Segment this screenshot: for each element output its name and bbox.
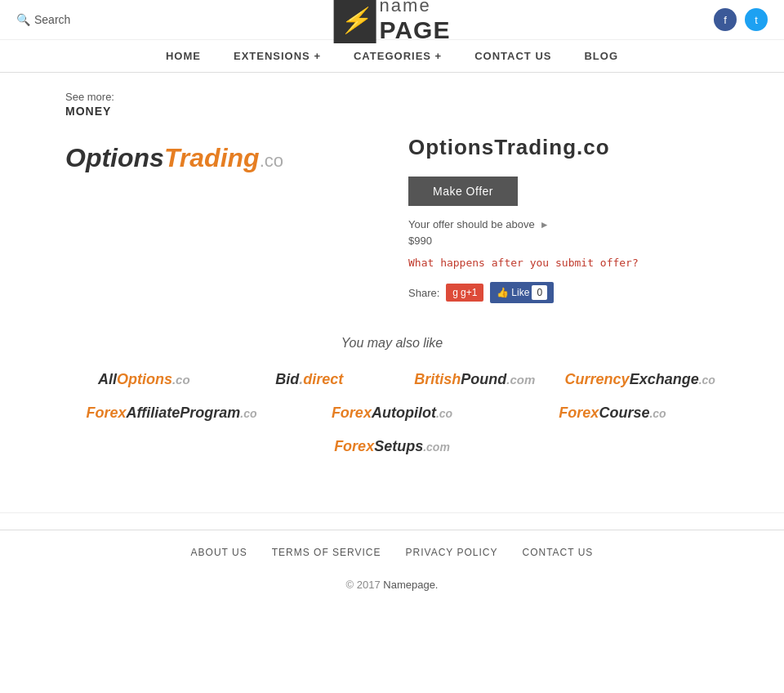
offer-info: Your offer should be above ► (408, 218, 719, 230)
footer-terms[interactable]: TERMS OF SERVICE (272, 547, 381, 558)
nav-blog[interactable]: BLOG (584, 50, 618, 62)
fb-thumb-icon: 👍 (497, 287, 509, 298)
related-section: You may also like AllOptions.co Bid.dire… (65, 336, 719, 455)
nav-categories[interactable]: CATEGORIES + (354, 50, 442, 62)
logo[interactable]: ⚡ name PAGE (334, 0, 451, 44)
twitter-icon[interactable]: t (745, 8, 768, 31)
list-item[interactable]: ForexCourse.co (506, 405, 719, 422)
fb-count: 0 (532, 285, 547, 300)
see-more: See more: MONEY (65, 89, 719, 118)
domain-info: OptionsTrading.co Make Offer Your offer … (408, 135, 719, 303)
footer-about[interactable]: ABOUT US (191, 547, 247, 558)
offer-arrow-icon: ► (540, 219, 550, 230)
search-button[interactable]: 🔍 Search (16, 13, 70, 26)
list-item[interactable]: CurrencyExchange.co (562, 371, 719, 388)
domain-title: OptionsTrading.co (408, 135, 719, 160)
logo-text: name PAGE (380, 0, 451, 44)
divider (0, 512, 784, 513)
fb-like-button[interactable]: 👍 Like 0 (490, 282, 554, 303)
see-more-label: See more: (65, 91, 114, 103)
offer-price: $990 (408, 235, 719, 247)
list-item[interactable]: BritishPound.com (396, 371, 554, 388)
footer-contact[interactable]: CONTACT US (522, 547, 593, 558)
nav-contact[interactable]: CONTACT US (474, 50, 551, 62)
footer-namepage-link[interactable]: Namepage. (383, 579, 438, 591)
main-content: See more: MONEY OptionsTrading.co Option… (0, 73, 784, 496)
footer-nav: ABOUT US TERMS OF SERVICE PRIVACY POLICY… (0, 530, 784, 566)
domain-logo-trading: Trading (164, 143, 260, 172)
offer-link[interactable]: What happens after you submit offer? (408, 257, 639, 269)
domain-logo-options: Options (65, 143, 164, 172)
share-label: Share: (408, 287, 439, 299)
list-item[interactable]: ForexAutopilot.co (286, 405, 498, 422)
nav-home[interactable]: HOME (166, 50, 201, 62)
facebook-icon[interactable]: f (714, 8, 737, 31)
see-more-link[interactable]: MONEY (65, 105, 111, 118)
list-item[interactable]: Bid.direct (231, 371, 389, 388)
list-item[interactable]: ForexAffiliateProgram.co (65, 405, 278, 422)
related-row-1: AllOptions.co Bid.direct BritishPound.co… (65, 371, 719, 388)
domain-logo-ext: .co (260, 150, 283, 171)
search-icon: 🔍 (16, 13, 30, 26)
make-offer-button[interactable]: Make Offer (408, 177, 518, 206)
header: 🔍 Search ⚡ name PAGE f t (0, 0, 784, 40)
gplus-button[interactable]: g g+1 (446, 284, 483, 302)
nav-extensions[interactable]: EXTENSIONS + (234, 50, 321, 62)
domain-section: OptionsTrading.co OptionsTrading.co Make… (65, 135, 719, 303)
related-title: You may also like (65, 336, 719, 351)
list-item[interactable]: ForexSetups.com (334, 438, 450, 455)
social-links: f t (714, 8, 768, 31)
related-row-2: ForexAffiliateProgram.co ForexAutopilot.… (65, 405, 719, 422)
related-row-3: ForexSetups.com (65, 438, 719, 455)
gplus-icon: g (452, 287, 458, 298)
share-row: Share: g g+1 👍 Like 0 (408, 282, 719, 303)
search-label: Search (34, 13, 70, 26)
list-item[interactable]: AllOptions.co (65, 371, 223, 388)
domain-logo: OptionsTrading.co (65, 143, 283, 173)
footer-privacy[interactable]: PRIVACY POLICY (406, 547, 498, 558)
footer-copyright: © 2017 Namepage. (0, 566, 784, 615)
domain-logo-area: OptionsTrading.co (65, 135, 376, 303)
logo-icon: ⚡ (334, 0, 376, 43)
main-nav: HOME EXTENSIONS + CATEGORIES + CONTACT U… (0, 40, 784, 73)
